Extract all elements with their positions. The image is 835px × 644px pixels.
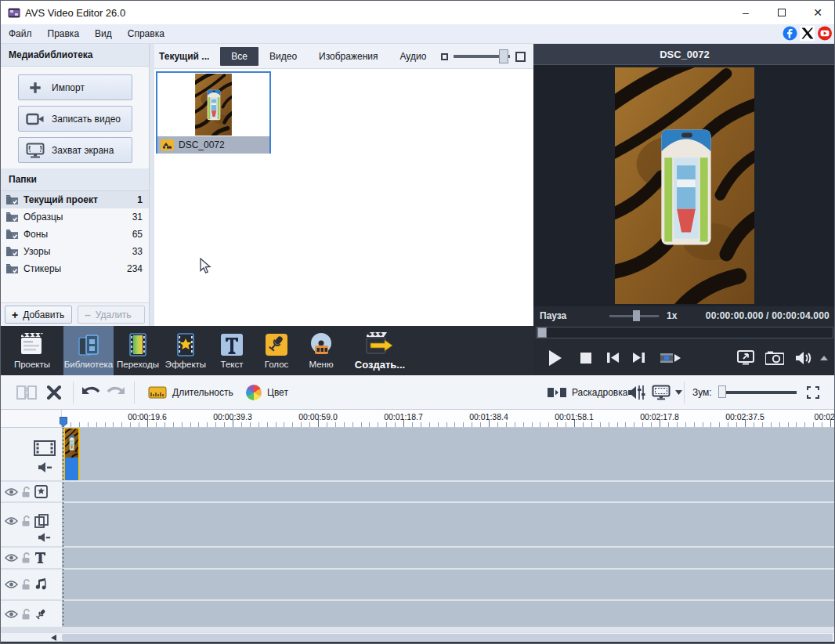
- add-folder-button[interactable]: + Добавить: [5, 306, 72, 324]
- eye-icon[interactable]: [5, 553, 18, 563]
- toolbar-item-effects[interactable]: Эффекты: [162, 326, 209, 375]
- menu-file[interactable]: Файл: [1, 28, 40, 39]
- scrollbar-thumb[interactable]: [62, 634, 833, 641]
- folder-backgrounds[interactable]: Фоны 65: [1, 226, 149, 243]
- video-camera-icon: [19, 112, 52, 126]
- play-button[interactable]: [548, 349, 563, 367]
- folder-stickers[interactable]: Стикеры 234: [1, 260, 149, 277]
- folder-samples[interactable]: Образцы 31: [1, 208, 149, 226]
- tab-images[interactable]: Изображения: [308, 47, 389, 66]
- minimize-button[interactable]: –: [728, 1, 764, 24]
- ruler-label: 00:02:57: [797, 412, 835, 421]
- plus-icon: +: [12, 311, 18, 319]
- delete-button[interactable]: [46, 375, 62, 410]
- fit-timeline-icon[interactable]: [806, 385, 820, 400]
- stop-button[interactable]: [580, 353, 591, 364]
- folder-list: Текущий проект 1 Образцы 31 Фоны 65 Узор…: [1, 191, 149, 277]
- timeline-zoom-handle[interactable]: [718, 385, 726, 398]
- split-icon: [16, 384, 37, 401]
- timeline-clip-dsc-0072[interactable]: [63, 428, 80, 480]
- lock-open-icon[interactable]: [21, 579, 31, 590]
- ruler-label: 00:00:19.6: [114, 412, 180, 421]
- screen-capture-button[interactable]: Захват экрана: [18, 137, 132, 163]
- toolbar-item-projects[interactable]: Проекты: [1, 326, 63, 375]
- eye-icon[interactable]: [5, 516, 18, 526]
- timeline-ruler[interactable]: 00:00:19.6 00:00:39.3 00:00:59.0 00:01:1…: [1, 410, 835, 428]
- color-button[interactable]: Цвет: [246, 375, 288, 410]
- close-button[interactable]: ✕: [800, 1, 835, 24]
- speed-slider-handle[interactable]: [633, 310, 640, 321]
- redo-icon: [106, 385, 126, 400]
- toolbar-item-produce[interactable]: Создать...: [344, 326, 416, 375]
- fullscreen-button[interactable]: [737, 350, 754, 365]
- undo-button[interactable]: [81, 375, 101, 410]
- seek-bar[interactable]: [536, 327, 833, 338]
- toolbar-item-text[interactable]: Текст: [209, 326, 255, 375]
- toolbar-item-library[interactable]: Библиотека: [63, 326, 114, 375]
- tab-current-project[interactable]: Текущий ...: [154, 47, 220, 66]
- eye-icon[interactable]: [5, 610, 18, 619]
- eye-icon[interactable]: [5, 487, 18, 497]
- menu-help[interactable]: Справка: [120, 28, 172, 39]
- redo-button[interactable]: [106, 375, 126, 410]
- thumb-size-slider[interactable]: [454, 55, 510, 58]
- snapshot-button[interactable]: [765, 351, 784, 365]
- next-frame-button[interactable]: [633, 353, 645, 363]
- split-button[interactable]: [16, 375, 37, 410]
- lock-open-icon[interactable]: [21, 609, 31, 620]
- volume-button[interactable]: [795, 351, 812, 365]
- music-track-lane[interactable]: [62, 570, 835, 599]
- lock-open-icon[interactable]: [21, 552, 31, 563]
- timeline-zoom-slider[interactable]: [718, 391, 797, 394]
- remove-folder-button[interactable]: – Удалить: [78, 306, 145, 324]
- mute-speaker-icon[interactable]: [38, 462, 52, 472]
- lock-open-icon[interactable]: [21, 487, 31, 497]
- menu-edit[interactable]: Правка: [40, 28, 88, 39]
- thumb-size-small-icon[interactable]: [441, 53, 448, 60]
- seek-handle[interactable]: [537, 327, 547, 338]
- thumb-size-large-icon[interactable]: [515, 52, 526, 62]
- storyboard-button[interactable]: Раскадровка: [548, 375, 627, 410]
- timeline-hscrollbar[interactable]: [1, 632, 835, 642]
- folder-check-icon: [5, 194, 19, 205]
- video-track-lane[interactable]: [62, 428, 835, 480]
- tab-audio[interactable]: Аудио: [389, 47, 437, 66]
- maximize-button[interactable]: [764, 1, 800, 24]
- thumb-size-slider-handle[interactable]: [499, 49, 508, 63]
- mouse-cursor: [200, 258, 211, 274]
- voice-track-lane[interactable]: [62, 601, 835, 627]
- mute-speaker-icon[interactable]: [38, 533, 51, 542]
- lock-open-icon[interactable]: [21, 516, 31, 526]
- tab-all[interactable]: Все: [220, 47, 258, 66]
- import-button[interactable]: Импорт: [18, 74, 132, 100]
- scroll-left-icon[interactable]: [51, 635, 56, 641]
- speed-slider[interactable]: [609, 315, 659, 317]
- toolbar-item-menu[interactable]: Меню: [298, 326, 344, 375]
- overlay-track-lane[interactable]: [62, 503, 835, 546]
- x-icon[interactable]: [800, 26, 815, 41]
- tab-video[interactable]: Видео: [258, 47, 308, 66]
- youtube-icon[interactable]: [817, 26, 833, 41]
- folder-patterns[interactable]: Узоры 33: [1, 243, 149, 260]
- maximize-icon: [778, 9, 786, 16]
- preview-panel: DSC_0072 Пауза 1x 00:00:00.000 / 00:00:0…: [533, 44, 835, 375]
- frame-step-button[interactable]: [660, 352, 681, 364]
- toolbar-item-voice[interactable]: Голос: [255, 326, 298, 375]
- display-mode-button[interactable]: [652, 375, 682, 410]
- effects-track-lane[interactable]: [62, 482, 835, 501]
- screen-icon: [19, 143, 52, 158]
- media-item-dsc-0072[interactable]: DSC_0072: [156, 71, 271, 154]
- duration-button[interactable]: Длительность: [148, 375, 233, 410]
- eye-icon[interactable]: [5, 580, 18, 589]
- folder-current-project[interactable]: Текущий проект 1: [1, 191, 149, 208]
- collapse-arrow-icon[interactable]: [820, 356, 828, 360]
- menu-view[interactable]: Вид: [87, 28, 120, 39]
- facebook-icon[interactable]: [783, 26, 797, 41]
- toolbar-item-transitions[interactable]: Переходы: [114, 326, 162, 375]
- video-track-header: [1, 428, 62, 480]
- text-track-lane[interactable]: [62, 548, 835, 568]
- playhead-line: [63, 428, 63, 627]
- previous-frame-button[interactable]: [607, 353, 619, 363]
- audio-mixer-button[interactable]: [627, 375, 646, 410]
- record-video-button[interactable]: Записать видео: [18, 106, 132, 132]
